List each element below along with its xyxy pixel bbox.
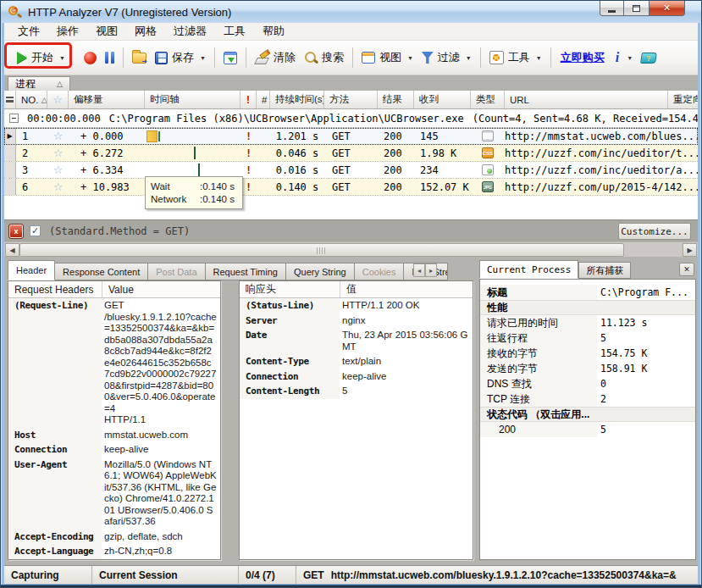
table-row[interactable]: 3 ☆ + 6.334 ! 0.016 s GET 200 234 http:/… — [4, 162, 698, 179]
scroll-right-arrow[interactable]: ▶ — [683, 243, 697, 257]
horizontal-scrollbar[interactable]: ◀ ▶ — [4, 241, 698, 257]
menu-item[interactable]: 操作 — [48, 23, 87, 41]
tools-button[interactable]: 工具 ▼ — [485, 47, 546, 69]
cell-no: 1 — [16, 128, 47, 144]
group-row[interactable]: 00:00:00.000 C:\Program Files (x86)\UCBr… — [4, 109, 698, 128]
stat-row[interactable]: 性能 — [480, 300, 695, 315]
search-label: 搜索 — [322, 50, 344, 65]
restore-button[interactable] — [624, 1, 649, 16]
column-redirect[interactable]: 重定向 — [668, 91, 698, 108]
stat-value: 154.75 K — [597, 347, 695, 359]
tab-current-process[interactable]: Current Process — [479, 260, 578, 279]
column-url[interactable]: URL — [505, 91, 668, 108]
tab-all-captures[interactable]: 所有捕获 — [578, 262, 631, 279]
clear-button[interactable]: 清除 — [251, 47, 300, 69]
column-favorite[interactable]: ☆ — [47, 91, 69, 108]
table-row[interactable]: ▶ 1 ☆ + 0.000 ! 1.201 s GET 200 145 http… — [4, 128, 698, 145]
column-duration[interactable]: 持续时间(s) — [270, 91, 324, 108]
menu-item[interactable]: 文件 — [9, 23, 48, 41]
stat-row[interactable]: DNS 查找 0 — [480, 376, 695, 391]
stat-row[interactable]: TCP 连接 2 — [480, 391, 695, 407]
filter-enabled-checkbox[interactable]: ✓ — [30, 225, 41, 236]
window-download-icon — [224, 52, 237, 64]
pause-button[interactable] — [101, 48, 119, 67]
table-row[interactable]: 6 ☆ + 10.983 ! 0.140 s GET 200 152.07 K … — [4, 179, 698, 196]
export-button[interactable] — [219, 48, 241, 68]
detail-area: HeaderResponse ContentPost DataRequest T… — [4, 257, 698, 565]
column-timeline[interactable]: 时间轴 — [145, 91, 240, 108]
favorite-star-icon[interactable]: ☆ — [47, 145, 69, 161]
timeline-marker — [198, 164, 200, 176]
column-hash[interactable]: # — [257, 91, 270, 108]
stat-row[interactable]: 请求已用的时间 11.123 s — [480, 315, 695, 330]
menu-item[interactable]: 网格 — [126, 23, 165, 41]
stat-row[interactable]: 接收的字节 154.75 K — [480, 346, 695, 361]
collapse-icon[interactable] — [9, 114, 19, 123]
stat-label: TCP 连接 — [480, 391, 597, 407]
close-button[interactable]: ✕ — [649, 1, 685, 16]
remove-filter-button[interactable]: x — [9, 225, 23, 238]
tab-scroll-left[interactable]: ◂ — [413, 263, 425, 277]
value-column: 值 — [340, 281, 473, 297]
chevron-down-icon[interactable]: ▼ — [536, 55, 542, 61]
stat-row[interactable]: 标题 C:\Program F... — [480, 285, 695, 300]
close-panel-button[interactable]: ✕ — [679, 263, 694, 276]
save-button[interactable]: 保存 ▼ — [151, 47, 210, 69]
open-button[interactable] — [128, 49, 151, 67]
column-no[interactable]: NO. △ — [16, 91, 47, 108]
stat-row[interactable]: 往返行程 5 — [480, 330, 695, 346]
favorite-star-icon[interactable]: ☆ — [47, 162, 69, 178]
tab-scroll-right[interactable]: ▸ — [425, 263, 437, 277]
chevron-down-icon[interactable]: ▼ — [466, 55, 472, 61]
column-offset[interactable]: 偏移量 — [69, 91, 145, 108]
info-button[interactable]: i ▼ — [610, 47, 637, 69]
menu-item[interactable]: 视图 — [87, 23, 126, 41]
favorite-star-icon[interactable]: ☆ — [47, 179, 69, 195]
menu-item[interactable]: 帮助 — [254, 23, 293, 41]
column-config-button[interactable] — [4, 91, 16, 108]
detail-tab[interactable]: Request Timing — [206, 263, 286, 280]
scroll-left-arrow[interactable]: ◀ — [5, 243, 19, 257]
stat-row[interactable]: 200 5 — [480, 422, 695, 437]
detail-tab[interactable]: Post Data — [148, 263, 205, 280]
buy-now-link[interactable]: 立即购买 — [556, 50, 610, 65]
help-button[interactable]: ? — [637, 49, 661, 67]
favorite-star-icon[interactable]: ☆ — [47, 128, 69, 144]
cell-received: 234 — [414, 162, 471, 178]
detail-tab[interactable]: Query String — [286, 263, 355, 280]
customize-button[interactable]: Customize... — [618, 223, 691, 240]
view-button[interactable]: 视图 ▼ — [357, 47, 417, 69]
group-by-process-tab[interactable]: 进程 △ — [8, 76, 70, 91]
start-button[interactable]: 开始 ▼ — [13, 47, 69, 69]
detail-tab[interactable]: Response Content — [55, 263, 148, 280]
column-result[interactable]: 结果 — [378, 91, 414, 108]
start-label: 开始 — [31, 50, 53, 65]
column-received[interactable]: 收到 — [414, 91, 471, 108]
column-type[interactable]: 类型 — [471, 91, 505, 108]
column-warning[interactable]: ! — [240, 91, 257, 108]
session-name: Current Session — [92, 566, 239, 584]
detail-tab[interactable]: Cookies — [355, 263, 405, 280]
detail-tab[interactable]: Header — [8, 260, 55, 280]
stop-button[interactable] — [80, 48, 101, 68]
filter-button[interactable]: 过滤 ▼ — [417, 47, 476, 69]
chevron-down-icon[interactable]: ▼ — [407, 55, 413, 61]
header-row: Accept-Language zh-CN,zh;q=0.8 — [8, 544, 220, 559]
stat-row[interactable]: 状态代码 （双击应用... — [480, 407, 695, 422]
chevron-down-icon[interactable]: ▼ — [200, 55, 206, 61]
stat-row[interactable]: 发送的字节 158.91 K — [480, 361, 695, 376]
header-value: Thu, 23 Apr 2015 03:56:06 GMT — [340, 328, 473, 354]
cell-timeline — [145, 128, 240, 144]
menu-item[interactable]: 工具 — [215, 23, 254, 41]
scrollbar-thumb[interactable] — [19, 243, 624, 257]
cell-result: 200 — [378, 179, 414, 195]
content-type-icon: JPG — [482, 181, 494, 192]
minimize-button[interactable] — [600, 1, 624, 16]
table-row[interactable]: 2 ☆ + 6.272 ! 0.046 s GET 200 1.98 K CSS… — [4, 145, 698, 162]
column-method[interactable]: 方法 — [324, 91, 378, 108]
menu-item[interactable]: 过滤器 — [165, 23, 215, 41]
search-button[interactable]: 搜索 — [300, 47, 348, 69]
chevron-down-icon[interactable]: ▼ — [627, 55, 633, 61]
chevron-down-icon[interactable]: ▼ — [59, 55, 65, 61]
tools-label: 工具 — [508, 50, 530, 65]
